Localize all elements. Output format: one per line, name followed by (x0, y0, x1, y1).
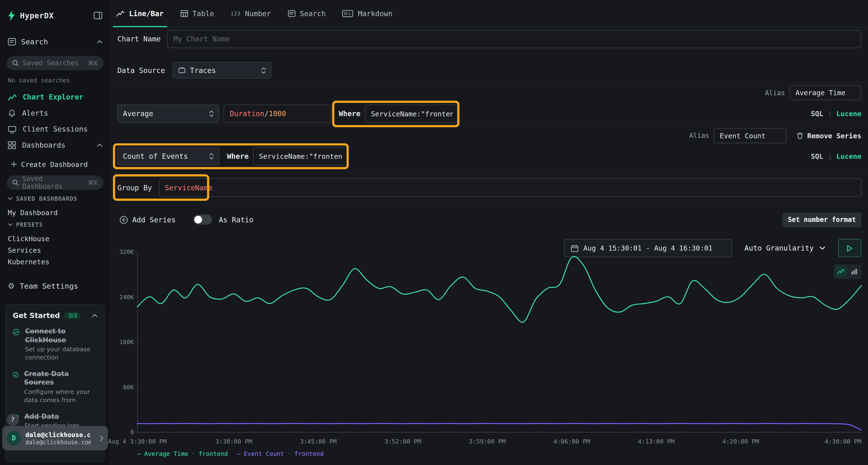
tab-number[interactable]: 123 Number (231, 0, 271, 27)
alias-label: Alias (689, 132, 709, 139)
no-saved-searches-text: No saved searches (0, 77, 110, 84)
lucene-option[interactable]: Lucene (836, 110, 862, 118)
series1-alias-row: Alias (111, 83, 868, 102)
main-panel: Line/Bar Table 123 Number Search M↓ Mark… (111, 0, 868, 465)
sidebar-item-client-sessions[interactable]: Client Sessions (0, 121, 110, 137)
series1-field-input[interactable]: Duration/1000 (224, 105, 331, 123)
series1-alias-input[interactable] (789, 85, 861, 100)
group-by-input[interactable]: ServiceName (159, 178, 861, 197)
chevron-up-icon (97, 39, 102, 43)
source-icon (179, 67, 186, 74)
y-tick-label: 80K (123, 384, 134, 391)
get-started-item-title: Create Data Sources (24, 370, 97, 388)
group-by-value: ServiceName (165, 184, 212, 192)
create-dashboard-label: Create Dashboard (21, 160, 88, 168)
chevron-up-icon[interactable] (92, 314, 97, 318)
sql-option[interactable]: SQL (811, 152, 824, 160)
user-menu[interactable]: D dale@clickhouse.com dale@clickhouse.co… (2, 426, 108, 450)
section-label: PRESETS (16, 221, 43, 228)
sidebar-item-services[interactable]: Services (0, 244, 110, 256)
get-started-item[interactable]: Connect to ClickHouse Set up your databa… (13, 327, 97, 362)
chart-name-input[interactable] (167, 30, 861, 48)
saved-dashboards-input[interactable]: Saved Dashboards ⌘K (7, 175, 104, 190)
get-started-item-title: Connect to ClickHouse (25, 327, 97, 345)
legend-item[interactable]: —Event Count·frontend (237, 450, 324, 458)
series2-where-input[interactable] (253, 147, 348, 165)
tab-label: Number (245, 9, 271, 18)
legend-label: Event Count (244, 450, 284, 458)
legend-item[interactable]: —Average Time·frontend (137, 450, 228, 458)
search-section-header[interactable]: Search (0, 33, 110, 50)
chevron-up-icon (97, 143, 102, 147)
get-started-item-title: Add Data (24, 412, 97, 421)
tab-markdown[interactable]: M↓ Markdown (342, 0, 393, 27)
check-circle-icon (13, 327, 20, 337)
chart-name-label: Chart Name (117, 35, 161, 43)
tab-table[interactable]: Table (180, 0, 214, 27)
sidebar-item-chart-explorer[interactable]: Chart Explorer (0, 89, 110, 105)
presets-section-header[interactable]: PRESETS (0, 221, 110, 228)
aggregation-value: Average (123, 110, 153, 118)
select-stepper-icon (261, 67, 266, 74)
y-axis-labels: 080K160K240K320K (111, 248, 134, 438)
series2-language-toggle[interactable]: SQL | Lucene (811, 152, 862, 160)
series-actions-row: Add Series As Ratio Set number format (111, 211, 868, 228)
divider (111, 125, 868, 126)
y-tick-label: 320K (119, 248, 134, 256)
tab-search[interactable]: Search (288, 0, 326, 27)
get-started-badge: 3/3 (64, 312, 81, 319)
legend-marker: — (237, 450, 240, 458)
series1-aggregation-select[interactable]: Average (117, 105, 219, 123)
series2-alias-input[interactable] (714, 128, 787, 143)
sql-option[interactable]: SQL (811, 110, 824, 118)
chart-legend[interactable]: —Average Time·frontend—Event Count·front… (137, 450, 323, 458)
avatar: D (7, 431, 21, 445)
hyperdx-logo-icon (8, 10, 16, 21)
x-tick-label: 4:13:00 PM (638, 438, 675, 445)
x-axis-labels: Aug 4 3:30:00 PM3:38:00 PM3:45:00 PM3:52… (137, 438, 861, 446)
select-stepper-icon (209, 110, 214, 117)
series1-language-toggle[interactable]: SQL | Lucene (811, 110, 862, 118)
data-source-select[interactable]: Traces (173, 62, 272, 78)
trash-icon (797, 132, 803, 139)
tab-label: Line/Bar (129, 9, 164, 18)
saved-searches-input[interactable]: Saved Searches ⌘K (7, 56, 104, 70)
sidebar-item-kubernetes[interactable]: Kubernetes (0, 256, 110, 268)
remove-series-label: Remove Series (807, 131, 862, 139)
add-series-button[interactable]: Add Series (120, 215, 176, 224)
sidebar-item-clickhouse[interactable]: ClickHouse (0, 233, 110, 244)
lucene-option[interactable]: Lucene (836, 152, 862, 160)
saved-searches-placeholder: Saved Searches (23, 59, 79, 67)
line-chart-toggle-icon[interactable] (835, 266, 847, 278)
sidebar-item-my-dashboard[interactable]: My Dashboard (0, 207, 110, 219)
sidebar-item-alerts[interactable]: Alerts (0, 105, 110, 121)
legend-marker: — (137, 450, 141, 458)
get-started-title: Get Started (13, 311, 60, 320)
as-ratio-toggle[interactable] (193, 215, 212, 225)
search-section-label: Search (21, 37, 48, 46)
sidebar-collapse-icon[interactable] (94, 11, 102, 19)
get-started-item[interactable]: Create Data Sources Configure where your… (13, 370, 97, 405)
chart-plot[interactable] (137, 248, 861, 438)
create-dashboard-button[interactable]: Create Dashboard (0, 157, 110, 171)
help-button[interactable]: ? (7, 414, 19, 426)
series2-alias-row: Alias Remove Series (111, 126, 868, 145)
remove-series-button[interactable]: Remove Series (797, 131, 861, 139)
x-tick-label: 4:20:00 PM (722, 438, 759, 445)
shortcut-hint: ⌘K (88, 60, 98, 67)
get-started-item-desc: Configure where your data comes from (24, 388, 97, 405)
sidebar-item-team-settings[interactable]: ⚙ Team Settings (0, 278, 110, 294)
plus-circle-icon (120, 215, 128, 224)
saved-dashboards-section-header[interactable]: SAVED DASHBOARDS (0, 195, 110, 202)
tab-line-bar[interactable]: Line/Bar (116, 0, 164, 27)
series2-aggregation-select[interactable]: Count of Events (117, 147, 219, 165)
tab-label: Table (192, 9, 214, 18)
chart-area: 080K160K240K320K Aug 4 3:30:00 PM3:38:00… (111, 243, 861, 465)
separator: | (828, 110, 832, 118)
series1-where-input[interactable] (365, 105, 459, 123)
x-tick-label: 4:06:00 PM (553, 438, 590, 445)
set-number-format-button[interactable]: Set number format (782, 212, 862, 227)
sidebar-item-dashboards[interactable]: Dashboards (0, 137, 110, 153)
check-circle-icon (13, 370, 19, 379)
bar-chart-toggle-icon[interactable] (848, 266, 860, 278)
